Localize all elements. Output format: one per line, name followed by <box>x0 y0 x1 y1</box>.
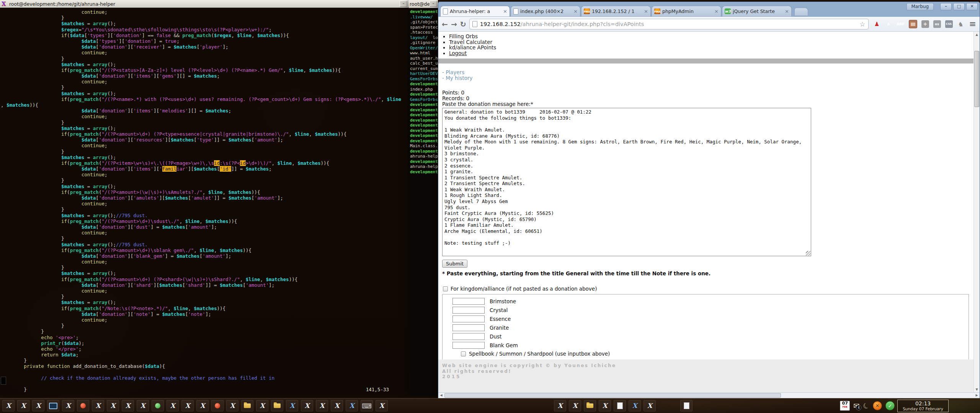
xchat-tray-icon[interactable]: ✕ <box>873 401 882 410</box>
profile-button[interactable]: Marbug <box>906 3 934 10</box>
reload-button[interactable] <box>460 21 466 28</box>
taskbar-item-monitor[interactable] <box>47 400 59 411</box>
person-extension[interactable]: ♟ <box>873 20 881 28</box>
scroll-down-arrow-icon[interactable] <box>974 387 980 392</box>
resource-input-granite[interactable] <box>452 324 485 331</box>
new-tab-button[interactable] <box>794 8 808 16</box>
calendar-tray-icon[interactable]: 07FEB <box>840 401 850 411</box>
resource-input-crystal[interactable] <box>452 307 485 314</box>
back-button[interactable] <box>442 21 448 28</box>
taskbar-item-keyboard[interactable]: ⌨ <box>361 400 373 411</box>
taskbar-item-document[interactable] <box>680 400 693 411</box>
donation-message-textarea[interactable] <box>442 108 811 256</box>
taskbar-item-xterm[interactable]: X <box>316 400 328 411</box>
taskbar-item-xterm-blue[interactable]: X <box>346 400 358 411</box>
taskbar-item-xterm[interactable]: X <box>599 400 611 411</box>
taskbar-item-xterm[interactable]: X <box>17 400 29 411</box>
taskbar-item-folder[interactable] <box>241 400 253 411</box>
address-bar[interactable]: 192.168.2.152/ahruna-helper-git/index.ph… <box>469 19 869 29</box>
os-extension[interactable]: os <box>933 20 941 28</box>
taskbar-item-folder[interactable] <box>271 400 283 411</box>
background-terminal-window[interactable]: root@development:/home/git/ahruna-helper… <box>409 0 438 396</box>
tv-extension[interactable] <box>909 20 917 28</box>
browser-tab[interactable]: PMA192.168.2.152 / 1 <box>581 6 651 16</box>
browser-menu-icon[interactable] <box>969 20 976 28</box>
taskbar-item-xterm-blue[interactable]: X <box>286 400 298 411</box>
resource-input-dust[interactable] <box>452 333 485 340</box>
url-text[interactable]: 192.168.2.152/ahruna-helper-git/index.ph… <box>480 21 857 27</box>
taskbar-item-xterm[interactable]: X <box>644 400 656 411</box>
spellbook-checkbox[interactable] <box>461 351 466 356</box>
taskbar-item-xterm[interactable]: X <box>2 400 15 411</box>
tab-close-icon[interactable] <box>573 9 578 14</box>
menu-list-item[interactable]: Travel Calculater <box>449 39 973 45</box>
textarea-resize-handle[interactable] <box>806 251 810 255</box>
taskbar-item-green-app[interactable] <box>152 400 164 411</box>
terminal-titlebar[interactable]: X root@development:/home/git/ahruna-help… <box>0 0 409 8</box>
taskbar-item-red-app[interactable] <box>77 400 89 411</box>
background-terminal-minimize-button[interactable] <box>430 1 437 7</box>
taskbar-item-xterm[interactable]: X <box>92 400 104 411</box>
mail-tray-icon[interactable]: ✉4 <box>853 402 859 410</box>
browser-window[interactable]: Ahruna-helper: aindex.php (400×2PMA192.1… <box>438 2 980 398</box>
browser-tab[interactable]: Ahruna-helper: a <box>440 6 510 16</box>
resource-input-blank-gem[interactable] <box>452 342 485 349</box>
taskbar-item-document[interactable] <box>614 400 626 411</box>
taskbar-item-xterm[interactable]: X <box>301 400 313 411</box>
logout-link[interactable]: Logout <box>449 50 973 56</box>
vertical-scrollbar[interactable] <box>973 32 980 392</box>
vertical-scroll-thumb[interactable] <box>974 51 979 107</box>
scroll-left-arrow-icon[interactable] <box>438 393 444 398</box>
taskbar-item-xterm[interactable]: X <box>196 400 209 411</box>
page-link[interactable]: - Players <box>442 70 973 75</box>
browser-tab[interactable]: PMAphpMyAdmin <box>652 6 721 16</box>
close-button[interactable] <box>966 3 978 10</box>
menu-list-item[interactable]: Filling Orbs <box>449 34 973 39</box>
taskbar-item-xterm-blue[interactable]: X <box>629 400 641 411</box>
forward-button[interactable] <box>451 21 457 28</box>
taskbar-item-xterm[interactable]: X <box>554 400 566 411</box>
taskbar-item-xterm[interactable]: X <box>122 400 134 411</box>
maximize-button[interactable] <box>953 3 965 10</box>
horizontal-scroll-thumb[interactable] <box>444 393 781 398</box>
horizontal-scrollbar[interactable] <box>438 392 980 398</box>
hackernews-extension[interactable]: h <box>885 20 893 28</box>
tab-close-icon[interactable] <box>644 9 648 14</box>
taskbar-item-folder[interactable] <box>584 400 596 411</box>
resource-input-essence[interactable] <box>452 315 485 322</box>
moon-tray-icon[interactable]: ☾ <box>861 400 871 411</box>
taskbar-item-xterm[interactable]: X <box>569 400 581 411</box>
tab-close-icon[interactable] <box>785 9 789 14</box>
clock[interactable]: 02:13 Sunday 07 February <box>897 400 949 412</box>
page-link[interactable]: - My history <box>442 75 973 81</box>
taskbar-item-xterm[interactable]: X <box>32 400 44 411</box>
resource-input-brimstone[interactable] <box>452 298 485 305</box>
bookmark-star-icon[interactable] <box>859 20 865 28</box>
taskbar-item-xterm[interactable]: X <box>62 400 74 411</box>
taskbar-item-xterm[interactable]: X <box>331 400 343 411</box>
messenger-tray-icon[interactable]: ✓ <box>885 401 895 410</box>
menu-list-item[interactable]: kd/aliance APoints <box>449 45 973 50</box>
taskbar-item-xterm[interactable]: X <box>107 400 119 411</box>
terminal-body[interactable]: continue; } $matches = array(); $regex="… <box>0 8 409 395</box>
adblock-extension[interactable]: ABP <box>897 20 905 28</box>
tab-close-icon[interactable] <box>714 9 719 14</box>
taskbar-item-xterm[interactable]: X <box>167 400 179 411</box>
minimize-button[interactable] <box>940 3 952 10</box>
taskbar-item-red-app[interactable] <box>211 400 224 411</box>
taskbar-item-xterm[interactable]: X <box>376 400 388 411</box>
browser-tab[interactable]: w3jQuery Get Starte <box>722 6 792 16</box>
submit-button[interactable]: Submit <box>442 260 467 268</box>
terminal-window[interactable]: X root@development:/home/git/ahruna-help… <box>0 0 409 395</box>
taskbar-item-xterm[interactable]: X <box>256 400 268 411</box>
background-terminal-titlebar[interactable]: root@development:/home/git/ahruna-helper <box>409 0 438 8</box>
tab-close-icon[interactable] <box>503 9 507 14</box>
css-extension[interactable]: CSS <box>945 20 953 28</box>
kingdom-checkbox[interactable] <box>443 286 448 291</box>
puzzle-extension[interactable]: ✚ <box>921 20 929 28</box>
wolf-extension[interactable]: ♞ <box>957 20 965 28</box>
scroll-up-arrow-icon[interactable] <box>974 32 980 37</box>
terminal-minimize-button[interactable] <box>400 1 407 7</box>
taskbar-item-xterm[interactable]: X <box>181 400 194 411</box>
taskbar-item-xterm[interactable]: X <box>226 400 238 411</box>
